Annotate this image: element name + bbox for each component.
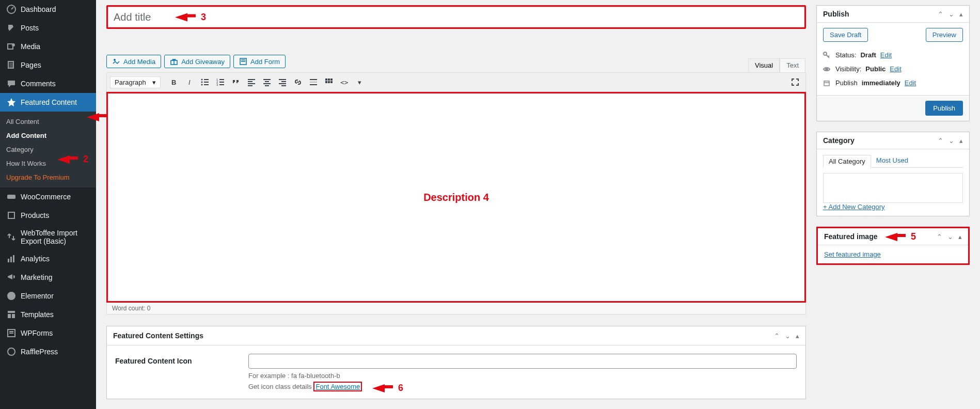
move-up-icon[interactable]: ⌃ xyxy=(938,10,943,18)
icon-input[interactable] xyxy=(248,354,797,369)
numbered-list-button[interactable]: 123 xyxy=(213,75,228,89)
sidebar-label: Dashboard xyxy=(21,5,56,13)
icon-help-example: For example : fa fa-bluetooth-b xyxy=(248,372,797,380)
submenu-how-it-works[interactable]: How It Works xyxy=(0,156,96,170)
toolbar-toggle-button[interactable] xyxy=(322,75,336,89)
editor-canvas[interactable]: Description 4 xyxy=(106,92,806,303)
italic-button[interactable]: I xyxy=(182,75,197,89)
svg-point-25 xyxy=(201,82,202,83)
move-down-icon[interactable]: ⌄ xyxy=(949,10,954,18)
category-list[interactable] xyxy=(823,173,963,203)
sidebar-item-products[interactable]: Products xyxy=(0,206,96,225)
move-down-icon[interactable]: ⌄ xyxy=(785,332,791,340)
blockquote-button[interactable] xyxy=(229,75,243,89)
sidebar-label: Posts xyxy=(21,24,39,32)
tab-visual[interactable]: Visual xyxy=(748,58,780,72)
sidebar-item-media[interactable]: Media xyxy=(0,37,96,56)
set-featured-image-link[interactable]: Set featured image xyxy=(824,250,881,258)
svg-rect-8 xyxy=(10,257,12,262)
align-right-button[interactable] xyxy=(275,75,290,89)
pages-icon xyxy=(6,60,17,70)
link-button[interactable] xyxy=(291,75,305,89)
sidebar-item-woocommerce[interactable]: WooCommerce xyxy=(0,187,96,206)
wpforms-icon xyxy=(6,328,17,338)
title-input[interactable] xyxy=(108,7,804,27)
bulleted-list-button[interactable] xyxy=(198,75,212,89)
sidebar-label: Pages xyxy=(21,61,41,69)
submenu-add-content[interactable]: Add Content xyxy=(0,129,96,143)
svg-rect-6 xyxy=(8,212,14,218)
chevron-down-icon[interactable]: ▾ xyxy=(353,75,367,89)
svg-rect-56 xyxy=(330,81,333,83)
svg-point-26 xyxy=(201,84,202,86)
svg-point-58 xyxy=(826,68,828,70)
save-draft-button[interactable]: Save Draft xyxy=(823,28,868,42)
sidebar-item-elementor[interactable]: Elementor xyxy=(0,287,96,305)
svg-rect-5 xyxy=(7,195,15,199)
add-media-button[interactable]: Add Media xyxy=(106,55,161,68)
category-title: Category xyxy=(823,136,855,145)
sidebar-item-templates[interactable]: Templates xyxy=(0,305,96,324)
move-up-icon[interactable]: ⌃ xyxy=(938,137,943,145)
submenu-category[interactable]: Category xyxy=(0,143,96,156)
sidebar-item-wpforms[interactable]: WPForms xyxy=(0,324,96,342)
svg-rect-45 xyxy=(281,81,286,82)
sidebar-label: Products xyxy=(21,211,49,219)
font-awesome-link[interactable]: Font Awesome xyxy=(313,382,362,391)
sidebar-label: WooCommerce xyxy=(21,193,71,201)
publish-panel: Publish ⌃ ⌄ ▴ Save Draft Preview Status:… xyxy=(816,5,970,121)
add-form-button[interactable]: Add Form xyxy=(233,55,286,68)
rafflepress-icon xyxy=(6,347,17,357)
publish-button[interactable]: Publish xyxy=(925,101,963,116)
svg-rect-37 xyxy=(248,81,252,82)
sidebar-item-rafflepress[interactable]: RafflePress xyxy=(0,342,96,361)
sidebar-item-comments[interactable]: Comments xyxy=(0,74,96,93)
sidebar-item-analytics[interactable]: Analytics xyxy=(0,249,96,268)
svg-rect-48 xyxy=(310,79,317,80)
align-center-button[interactable] xyxy=(260,75,274,89)
preview-button[interactable]: Preview xyxy=(926,28,963,42)
sidebar-item-featured-content[interactable]: Featured Content xyxy=(0,93,96,112)
gift-icon xyxy=(170,57,178,66)
tab-text[interactable]: Text xyxy=(780,58,805,72)
sidebar-item-webtoffee[interactable]: WebToffee Import Export (Basic) xyxy=(0,225,96,249)
svg-rect-27 xyxy=(204,79,209,80)
sidebar-item-pages[interactable]: Pages xyxy=(0,56,96,74)
submenu-all-content[interactable]: All Content xyxy=(0,115,96,129)
admin-sidebar: Dashboard Posts Media Pages Comments Fea… xyxy=(0,0,96,409)
toggle-icon[interactable]: ▴ xyxy=(959,10,963,18)
edit-visibility-link[interactable]: Edit xyxy=(890,65,901,73)
edit-schedule-link[interactable]: Edit xyxy=(905,79,916,87)
submenu-upgrade[interactable]: Upgrade To Premium xyxy=(0,170,96,184)
featured-image-title: Featured image xyxy=(824,232,877,241)
move-up-icon[interactable]: ⌃ xyxy=(937,233,942,241)
category-tab-most-used[interactable]: Most Used xyxy=(871,154,913,167)
sidebar-label: Analytics xyxy=(21,255,50,263)
toggle-icon[interactable]: ▴ xyxy=(796,332,799,340)
sidebar-item-marketing[interactable]: Marketing xyxy=(0,268,96,287)
right-column: Publish ⌃ ⌄ ▴ Save Draft Preview Status:… xyxy=(816,0,980,409)
insert-more-button[interactable] xyxy=(306,75,321,89)
editor-shell: Visual Text Paragraph ▾ B I 123 <> ▾ Des… xyxy=(106,72,806,314)
edit-status-link[interactable]: Edit xyxy=(880,51,892,59)
move-down-icon[interactable]: ⌄ xyxy=(947,233,953,241)
move-down-icon[interactable]: ⌄ xyxy=(949,137,954,145)
category-tab-all[interactable]: All Category xyxy=(823,155,871,168)
title-wrapper: 3 xyxy=(106,5,806,29)
align-left-button[interactable] xyxy=(244,75,259,89)
sidebar-item-posts[interactable]: Posts xyxy=(0,19,96,37)
pin-icon xyxy=(6,23,17,33)
sidebar-item-dashboard[interactable]: Dashboard xyxy=(0,0,96,19)
add-category-link[interactable]: + Add New Category xyxy=(823,203,885,211)
svg-rect-36 xyxy=(248,79,255,80)
toggle-icon[interactable]: ▴ xyxy=(958,233,962,241)
move-up-icon[interactable]: ⌃ xyxy=(774,332,780,340)
fullscreen-button[interactable] xyxy=(788,75,802,89)
bold-button[interactable]: B xyxy=(167,75,181,89)
svg-rect-51 xyxy=(325,78,327,81)
code-button[interactable]: <> xyxy=(337,75,352,89)
toggle-icon[interactable]: ▴ xyxy=(959,137,963,145)
svg-rect-49 xyxy=(310,82,317,83)
add-giveaway-button[interactable]: Add Giveaway xyxy=(164,55,230,68)
format-select[interactable]: Paragraph ▾ xyxy=(110,76,161,88)
